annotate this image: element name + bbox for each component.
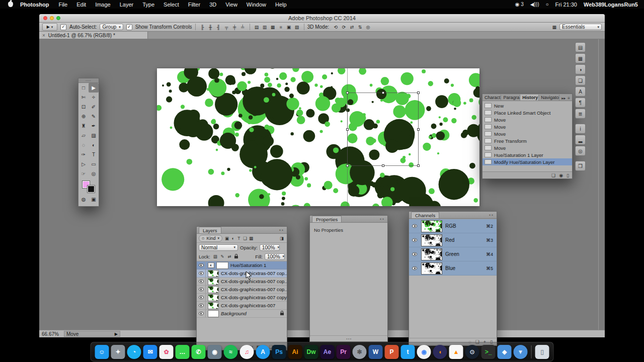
distribute-icon-2[interactable]: ▥ [261,24,269,31]
workspace-dropdown[interactable]: Essentials ▾ [559,24,602,30]
history-tab-overflow[interactable]: ▸▸≡ [559,96,572,101]
adjustments-panel-icon[interactable]: ◑ [575,64,586,74]
dock-firefox[interactable]: ◖ [433,345,447,359]
rectangle-tool[interactable]: ▭ [89,159,99,169]
visibility-toggle[interactable] [197,278,206,285]
menu-image[interactable]: Image [91,2,115,8]
libraries-panel-icon[interactable]: ≣ [575,109,586,119]
layer-thumbnail[interactable] [208,294,219,301]
filter-type-icon-3[interactable]: T [236,236,242,241]
distribute-icon-1[interactable]: ▤ [253,24,261,31]
blend-mode-dropdown[interactable]: Normal ▾ [199,244,238,251]
menu-file[interactable]: File [54,2,72,8]
dock-mail[interactable]: ✉ [143,345,157,359]
history-state[interactable]: New [482,102,572,109]
dock-powerpoint[interactable]: P [385,345,399,359]
filter-type-icon-5[interactable]: ▦ [248,236,254,241]
history-state[interactable]: Hue/Saturation 1 Layer [482,151,572,158]
path-selection-tool[interactable]: ▷ [78,159,89,169]
align-icon-5[interactable]: ╪ [231,24,238,31]
delete-state-icon[interactable]: ▯ [567,173,569,178]
panel-collapse-dots[interactable]: ▪▪ [279,228,284,232]
visibility-toggle[interactable] [197,294,206,301]
dock-dreamweaver[interactable]: Dw [304,345,318,359]
dock-launchpad[interactable]: ✦ [111,345,125,359]
distribute-icon-5[interactable]: ▣ [285,24,293,31]
visibility-toggle[interactable] [197,269,206,277]
3d-panel-icon[interactable]: ❒ [575,161,586,171]
healing-brush-tool[interactable]: ⊕ [78,112,89,121]
history-state[interactable]: Place Linked Smart Object [482,109,572,116]
hand-tool[interactable]: ☞ [78,169,89,178]
dock-facetime[interactable]: ✆ [192,345,206,359]
auto-select-checkbox[interactable]: ✓ [60,24,66,30]
layer-row[interactable]: CX-dots-graphicxtras-007 cop... [197,286,287,294]
menu-type[interactable]: Type [138,2,159,8]
scrollbar-track[interactable] [598,39,599,330]
panel-grip[interactable]: ▪▪▪▪ [78,78,99,83]
layer-row[interactable]: CX-dots-graphicxtras-007 copy [197,294,287,302]
menu-3d[interactable]: 3D [205,2,221,8]
channel-row-rgb[interactable]: RGB⌘2 [409,219,497,233]
visibility-toggle[interactable] [197,286,206,293]
transform-bounding-box[interactable] [347,93,419,166]
transform-handle[interactable] [417,164,420,167]
menu-layer[interactable]: Layer [115,2,138,8]
history-brush-tool[interactable]: ✒ [89,121,99,131]
dock-app-store[interactable]: A [256,345,270,359]
history-state[interactable]: Move [482,130,572,137]
eyedropper-tool[interactable]: ✐ [89,102,99,112]
dock-utilities[interactable]: ◆ [498,345,512,359]
transform-handle[interactable] [346,128,349,131]
layer-mask-thumbnail[interactable] [216,262,228,269]
document-canvas[interactable] [157,68,479,206]
layer-row[interactable]: CX-dots-graphicxtras-007 cop... [197,269,287,278]
align-icon-1[interactable]: ╟ [199,24,206,31]
layer-thumbnail[interactable] [208,270,219,277]
layer-thumbnail[interactable] [208,278,219,285]
3d-mode-icon-1[interactable]: ⟲ [332,24,340,31]
screen-mode-icon[interactable]: ▣ [89,195,99,204]
3d-mode-icon-3[interactable]: ⇄ [348,24,356,31]
transform-handle[interactable] [346,92,349,94]
tab-navigato[interactable]: Navigato [539,95,559,101]
transform-handle[interactable] [417,92,420,94]
visibility-toggle[interactable] [411,238,418,242]
dock-finder[interactable]: ☺ [95,345,109,359]
dock-downloads[interactable]: ▼ [514,345,528,359]
filter-type-icon-4[interactable]: ❏ [242,236,248,241]
dock-spotify[interactable]: ≈ [224,345,238,359]
visibility-toggle[interactable] [411,224,418,228]
lock-type-icon-1[interactable]: ▨ [212,254,218,259]
histogram-panel-icon[interactable]: ▂ [575,135,586,145]
clone-stamp-tool[interactable]: ♜ [78,121,89,131]
distribute-icon-4[interactable]: ≡ [277,24,285,31]
transform-handle[interactable] [382,92,384,94]
layer-row[interactable]: CX-dots-graphicxtras-007 [197,302,287,310]
menu-filter[interactable]: Filter [184,2,205,8]
layer-thumbnail[interactable] [208,310,219,317]
align-icon-3[interactable]: ╢ [215,24,222,31]
info-panel-icon[interactable]: i [575,124,586,134]
zoom-window-button[interactable] [56,16,60,20]
menu-app-name[interactable]: Photoshop [15,2,54,8]
3d-mode-icon-4[interactable]: ⇅ [356,24,364,31]
new-snapshot-icon[interactable]: ◉ [559,173,563,178]
dock-photos[interactable]: ✿ [159,345,174,359]
menu-edit[interactable]: Edit [72,2,91,8]
history-state[interactable]: Modify Hue/Saturation Layer [482,158,572,165]
layer-thumbnail[interactable] [208,302,219,309]
3d-mode-icon-5[interactable]: ◎ [364,24,372,31]
dock-itunes[interactable]: ♫ [240,345,254,359]
window-title-bar[interactable]: Adobe Photoshop CC 2014 [39,14,605,23]
transform-handle[interactable] [382,164,384,167]
close-window-button[interactable] [43,16,47,20]
tab-properties[interactable]: Properties [312,216,342,222]
tab-paragra[interactable]: Paragra [501,95,520,101]
layer-row[interactable]: ◐Hue/Saturation 1 [197,261,287,269]
dock-photoshop[interactable]: Ps [272,345,286,359]
opacity-dropdown[interactable]: 100% ▾ [260,244,280,251]
dock-safari[interactable]: ◔ [127,345,141,359]
menu-account[interactable]: Web389LogansRun5 [584,2,638,8]
visibility-toggle[interactable] [411,252,418,256]
